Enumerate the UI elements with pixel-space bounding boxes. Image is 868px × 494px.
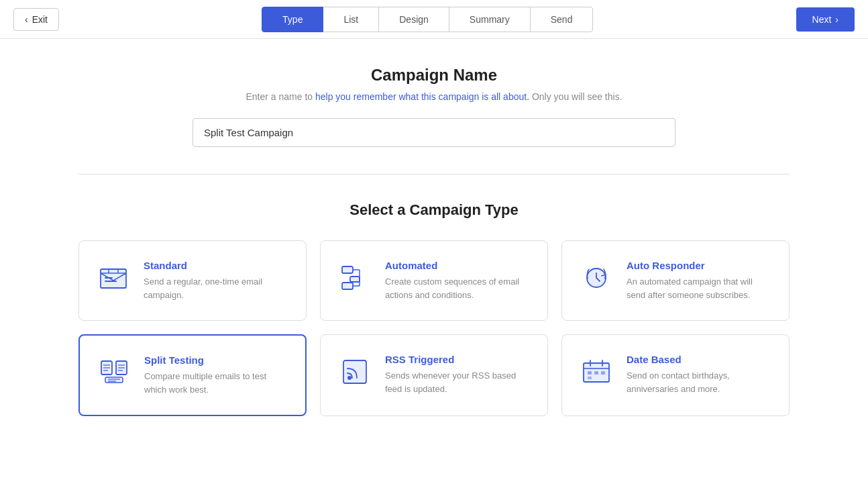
svg-rect-20 bbox=[105, 377, 123, 383]
rss-triggered-desc: Sends whenever your RSS based feed is up… bbox=[385, 369, 531, 395]
campaign-name-title: Campaign Name bbox=[78, 66, 790, 85]
subtitle-highlight: help you remember what this campaign is … bbox=[315, 91, 529, 102]
tab-list[interactable]: List bbox=[323, 7, 379, 32]
date-based-icon bbox=[578, 354, 614, 390]
svg-rect-32 bbox=[588, 377, 592, 379]
chevron-left-icon: ‹ bbox=[25, 14, 28, 25]
type-card-rss-triggered[interactable]: RSS Triggered Sends whenever your RSS ba… bbox=[320, 334, 548, 416]
campaign-type-grid: Standard Send a regular, one-time email … bbox=[78, 240, 790, 416]
header: ‹ Exit Type List Design Summary Send Nex… bbox=[0, 0, 868, 39]
standard-desc: Send a regular, one-time email campaign. bbox=[144, 275, 290, 301]
rss-triggered-name: RSS Triggered bbox=[385, 354, 531, 365]
standard-info: Standard Send a regular, one-time email … bbox=[144, 260, 290, 301]
nav-tabs: Type List Design Summary Send bbox=[262, 7, 593, 32]
auto-responder-icon bbox=[578, 260, 614, 296]
date-based-name: Date Based bbox=[627, 354, 773, 365]
type-card-auto-responder[interactable]: Auto Responder An automated campaign tha… bbox=[561, 240, 790, 321]
rss-triggered-info: RSS Triggered Sends whenever your RSS ba… bbox=[385, 354, 531, 395]
svg-point-24 bbox=[347, 376, 351, 380]
automated-info: Automated Create custom sequences of ema… bbox=[385, 260, 531, 301]
tab-type[interactable]: Type bbox=[262, 7, 323, 32]
rss-triggered-icon bbox=[337, 354, 373, 390]
tab-summary[interactable]: Summary bbox=[449, 7, 531, 32]
main-content: Campaign Name Enter a name to help you r… bbox=[65, 39, 803, 443]
auto-responder-name: Auto Responder bbox=[627, 260, 773, 271]
exit-label: Exit bbox=[32, 14, 48, 25]
date-based-info: Date Based Send on contact birthdays, an… bbox=[627, 354, 773, 395]
subtitle-after: Only you will see this. bbox=[529, 91, 622, 102]
svg-rect-0 bbox=[101, 269, 126, 288]
automated-icon bbox=[337, 260, 373, 296]
next-label: Next bbox=[812, 14, 832, 25]
type-card-standard[interactable]: Standard Send a regular, one-time email … bbox=[78, 240, 307, 321]
next-button[interactable]: Next › bbox=[796, 7, 855, 32]
campaign-type-title: Select a Campaign Type bbox=[78, 201, 790, 219]
auto-responder-info: Auto Responder An automated campaign tha… bbox=[627, 260, 773, 301]
campaign-name-section: Campaign Name Enter a name to help you r… bbox=[78, 66, 790, 147]
chevron-right-icon: › bbox=[835, 14, 838, 25]
split-testing-name: Split Testing bbox=[144, 354, 289, 366]
standard-name: Standard bbox=[144, 260, 290, 271]
type-card-automated[interactable]: Automated Create custom sequences of ema… bbox=[320, 240, 548, 321]
automated-name: Automated bbox=[385, 260, 531, 271]
campaign-type-section: Select a Campaign Type bbox=[78, 201, 790, 416]
standard-icon bbox=[95, 260, 131, 296]
type-card-date-based[interactable]: Date Based Send on contact birthdays, an… bbox=[561, 334, 790, 416]
svg-rect-3 bbox=[342, 266, 353, 273]
date-based-desc: Send on contact birthdays, anniversaries… bbox=[627, 369, 773, 395]
type-card-split-testing[interactable]: Split Testing Compare multiple emails to… bbox=[78, 334, 307, 416]
automated-desc: Create custom sequences of email actions… bbox=[385, 275, 531, 301]
tab-send[interactable]: Send bbox=[530, 7, 594, 32]
section-divider bbox=[78, 174, 790, 175]
auto-responder-desc: An automated campaign that will send aft… bbox=[627, 275, 773, 301]
split-testing-icon bbox=[96, 354, 132, 391]
svg-rect-29 bbox=[588, 371, 592, 375]
svg-rect-2 bbox=[105, 281, 117, 282]
svg-rect-30 bbox=[594, 371, 598, 375]
subtitle-before: Enter a name to bbox=[246, 91, 315, 102]
exit-button[interactable]: ‹ Exit bbox=[13, 8, 59, 31]
svg-rect-31 bbox=[601, 371, 605, 375]
svg-rect-5 bbox=[342, 283, 353, 289]
split-testing-desc: Compare multiple emails to test which wo… bbox=[144, 370, 289, 396]
tab-design[interactable]: Design bbox=[378, 7, 449, 32]
split-testing-info: Split Testing Compare multiple emails to… bbox=[144, 354, 289, 396]
campaign-name-input[interactable] bbox=[193, 118, 675, 147]
svg-rect-4 bbox=[350, 277, 360, 282]
campaign-name-subtitle: Enter a name to help you remember what t… bbox=[78, 91, 790, 102]
